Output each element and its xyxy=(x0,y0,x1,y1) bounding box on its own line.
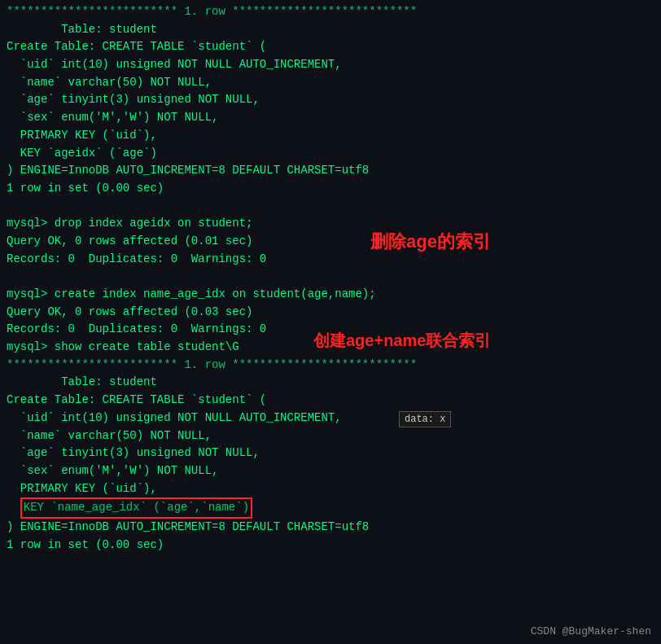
engine-2: ) ENGINE=InnoDB AUTO_INCREMENT=8 DEFAULT… xyxy=(7,519,654,537)
col-uid-1: `uid` int(10) unsigned NOT NULL AUTO_INC… xyxy=(7,56,654,74)
separator-line-2: ************************* 1. row *******… xyxy=(7,357,654,375)
terminal-content: ************************* 1. row *******… xyxy=(0,0,661,557)
col-key-1: KEY `ageidx` (`age`) xyxy=(7,145,654,163)
col-age-1: `age` tinyint(3) unsigned NOT NULL, xyxy=(7,91,654,109)
result-drop-1: Query OK, 0 rows affected (0.01 sec) xyxy=(7,233,654,251)
terminal-window: ************************* 1. row *******… xyxy=(0,0,661,644)
annotation-delete-index: 删除age的索引 xyxy=(370,230,491,254)
engine-1: ) ENGINE=InnoDB AUTO_INCREMENT=8 DEFAULT… xyxy=(7,162,654,180)
col-sex-2: `sex` enum('M','W') NOT NULL, xyxy=(7,462,654,480)
create-table-1: Create Table: CREATE TABLE `student` ( xyxy=(7,38,654,56)
annotation-create-composite-index: 创建age+name联合索引 xyxy=(313,330,491,352)
result-2: 1 row in set (0.00 sec) xyxy=(7,537,654,554)
col-name-1: `name` varchar(50) NOT NULL, xyxy=(7,74,654,92)
result-drop-2: Records: 0 Duplicates: 0 Warnings: 0 xyxy=(7,251,654,269)
col-sex-1: `sex` enum('M','W') NOT NULL, xyxy=(7,109,654,127)
cmd-drop: mysql> drop index ageidx on student; xyxy=(7,215,654,233)
cmd-create-idx: mysql> create index name_age_idx on stud… xyxy=(7,286,654,304)
result-1: 1 row in set (0.00 sec) xyxy=(7,180,654,198)
watermark: CSDN @BugMaker-shen xyxy=(531,625,651,637)
blank-2 xyxy=(7,268,654,286)
create-table-2: Create Table: CREATE TABLE `student` ( xyxy=(7,392,654,410)
col-pk-1: PRIMARY KEY (`uid`), xyxy=(7,127,654,145)
data-badge: data: x xyxy=(399,411,451,427)
col-key-highlighted: KEY `name_age_idx` (`age`,`name`) xyxy=(7,497,654,519)
col-pk-2: PRIMARY KEY (`uid`), xyxy=(7,480,654,498)
col-name-2: `name` varchar(50) NOT NULL, xyxy=(7,427,654,445)
result-create-1: Query OK, 0 rows affected (0.03 sec) xyxy=(7,304,654,322)
separator-line-1: ************************* 1. row *******… xyxy=(7,3,654,21)
blank-1 xyxy=(7,198,654,216)
col-age-2: `age` tinyint(3) unsigned NOT NULL, xyxy=(7,445,654,462)
col-uid-2: `uid` int(10) unsigned NOT NULL AUTO_INC… xyxy=(7,410,654,427)
highlighted-key-line: KEY `name_age_idx` (`age`,`name`) xyxy=(20,497,252,519)
table-info-1: Table: student xyxy=(7,21,654,39)
table-info-2: Table: student xyxy=(7,374,654,392)
